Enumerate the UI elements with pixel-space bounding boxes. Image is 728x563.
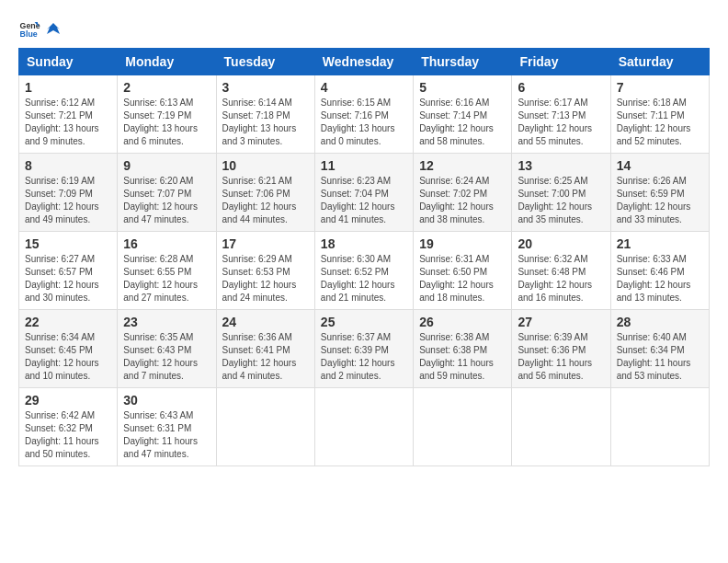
header: General Blue bbox=[18, 18, 710, 40]
day-info: Sunrise: 6:15 AMSunset: 7:16 PMDaylight:… bbox=[321, 97, 407, 148]
day-info: Sunrise: 6:30 AMSunset: 6:52 PMDaylight:… bbox=[321, 253, 407, 304]
calendar-body: 1Sunrise: 6:12 AMSunset: 7:21 PMDaylight… bbox=[19, 75, 710, 466]
day-number: 18 bbox=[321, 236, 407, 251]
day-number: 20 bbox=[518, 236, 604, 251]
calendar-cell: 26Sunrise: 6:38 AMSunset: 6:38 PMDayligh… bbox=[414, 310, 512, 388]
calendar-cell: 30Sunrise: 6:43 AMSunset: 6:31 PMDayligh… bbox=[118, 388, 216, 466]
day-number: 19 bbox=[419, 236, 506, 251]
calendar-cell: 1Sunrise: 6:12 AMSunset: 7:21 PMDaylight… bbox=[19, 75, 118, 154]
calendar-header-saturday: Saturday bbox=[610, 49, 709, 75]
day-info: Sunrise: 6:31 AMSunset: 6:50 PMDaylight:… bbox=[419, 253, 506, 304]
day-info: Sunrise: 6:35 AMSunset: 6:43 PMDaylight:… bbox=[123, 331, 210, 383]
day-number: 4 bbox=[321, 80, 407, 95]
day-info: Sunrise: 6:29 AMSunset: 6:53 PMDaylight:… bbox=[222, 253, 309, 304]
calendar-cell: 15Sunrise: 6:27 AMSunset: 6:57 PMDayligh… bbox=[19, 232, 118, 310]
day-number: 25 bbox=[321, 315, 407, 329]
calendar-header-friday: Friday bbox=[512, 49, 610, 75]
calendar-cell: 10Sunrise: 6:21 AMSunset: 7:06 PMDayligh… bbox=[216, 154, 314, 232]
day-number: 28 bbox=[617, 315, 703, 329]
day-info: Sunrise: 6:36 AMSunset: 6:41 PMDaylight:… bbox=[222, 331, 309, 383]
day-info: Sunrise: 6:28 AMSunset: 6:55 PMDaylight:… bbox=[123, 253, 210, 304]
calendar-cell: 13Sunrise: 6:25 AMSunset: 7:00 PMDayligh… bbox=[512, 154, 610, 232]
calendar-table: SundayMondayTuesdayWednesdayThursdayFrid… bbox=[18, 48, 710, 466]
calendar-cell: 23Sunrise: 6:35 AMSunset: 6:43 PMDayligh… bbox=[118, 310, 216, 388]
calendar-week-row: 15Sunrise: 6:27 AMSunset: 6:57 PMDayligh… bbox=[19, 232, 710, 310]
day-number: 27 bbox=[518, 315, 604, 329]
day-info: Sunrise: 6:21 AMSunset: 7:06 PMDaylight:… bbox=[222, 175, 309, 226]
day-info: Sunrise: 6:38 AMSunset: 6:38 PMDaylight:… bbox=[419, 331, 506, 383]
calendar-cell bbox=[414, 388, 512, 466]
day-info: Sunrise: 6:42 AMSunset: 6:32 PMDaylight:… bbox=[25, 409, 111, 461]
day-info: Sunrise: 6:23 AMSunset: 7:04 PMDaylight:… bbox=[321, 175, 407, 226]
day-info: Sunrise: 6:34 AMSunset: 6:45 PMDaylight:… bbox=[25, 331, 111, 383]
day-number: 10 bbox=[222, 158, 309, 173]
day-info: Sunrise: 6:19 AMSunset: 7:09 PMDaylight:… bbox=[25, 175, 111, 226]
day-info: Sunrise: 6:14 AMSunset: 7:18 PMDaylight:… bbox=[222, 97, 309, 148]
day-number: 1 bbox=[25, 80, 111, 95]
calendar-cell bbox=[216, 388, 314, 466]
calendar-cell: 22Sunrise: 6:34 AMSunset: 6:45 PMDayligh… bbox=[19, 310, 118, 388]
day-info: Sunrise: 6:40 AMSunset: 6:34 PMDaylight:… bbox=[617, 331, 703, 383]
day-info: Sunrise: 6:16 AMSunset: 7:14 PMDaylight:… bbox=[419, 97, 506, 148]
day-number: 12 bbox=[419, 158, 506, 173]
calendar-cell: 5Sunrise: 6:16 AMSunset: 7:14 PMDaylight… bbox=[414, 75, 512, 154]
calendar-cell: 7Sunrise: 6:18 AMSunset: 7:11 PMDaylight… bbox=[610, 75, 709, 154]
day-number: 30 bbox=[123, 393, 210, 408]
day-number: 13 bbox=[518, 158, 604, 173]
day-number: 15 bbox=[25, 236, 111, 251]
calendar-cell bbox=[512, 388, 610, 466]
calendar-cell bbox=[314, 388, 413, 466]
day-number: 2 bbox=[123, 80, 210, 95]
calendar-cell: 9Sunrise: 6:20 AMSunset: 7:07 PMDaylight… bbox=[118, 154, 216, 232]
day-info: Sunrise: 6:20 AMSunset: 7:07 PMDaylight:… bbox=[123, 175, 210, 226]
day-info: Sunrise: 6:43 AMSunset: 6:31 PMDaylight:… bbox=[123, 409, 210, 461]
calendar-cell: 3Sunrise: 6:14 AMSunset: 7:18 PMDaylight… bbox=[216, 75, 314, 154]
calendar-cell: 17Sunrise: 6:29 AMSunset: 6:53 PMDayligh… bbox=[216, 232, 314, 310]
calendar-cell: 20Sunrise: 6:32 AMSunset: 6:48 PMDayligh… bbox=[512, 232, 610, 310]
day-info: Sunrise: 6:33 AMSunset: 6:46 PMDaylight:… bbox=[617, 253, 703, 304]
logo-icon: General Blue bbox=[18, 18, 40, 40]
day-number: 26 bbox=[419, 315, 506, 329]
calendar-header-thursday: Thursday bbox=[414, 49, 512, 75]
day-number: 5 bbox=[419, 80, 506, 95]
day-number: 7 bbox=[617, 80, 703, 95]
svg-marker-3 bbox=[47, 23, 60, 34]
calendar-cell: 19Sunrise: 6:31 AMSunset: 6:50 PMDayligh… bbox=[414, 232, 512, 310]
calendar-header-wednesday: Wednesday bbox=[314, 49, 413, 75]
calendar-week-row: 22Sunrise: 6:34 AMSunset: 6:45 PMDayligh… bbox=[19, 310, 710, 388]
day-number: 17 bbox=[222, 236, 309, 251]
day-info: Sunrise: 6:17 AMSunset: 7:13 PMDaylight:… bbox=[518, 97, 604, 148]
day-number: 14 bbox=[617, 158, 703, 173]
calendar-header-monday: Monday bbox=[118, 49, 216, 75]
day-number: 3 bbox=[222, 80, 309, 95]
calendar-cell: 11Sunrise: 6:23 AMSunset: 7:04 PMDayligh… bbox=[314, 154, 413, 232]
calendar-cell: 2Sunrise: 6:13 AMSunset: 7:19 PMDaylight… bbox=[118, 75, 216, 154]
calendar-cell: 8Sunrise: 6:19 AMSunset: 7:09 PMDaylight… bbox=[19, 154, 118, 232]
calendar-cell: 24Sunrise: 6:36 AMSunset: 6:41 PMDayligh… bbox=[216, 310, 314, 388]
day-info: Sunrise: 6:39 AMSunset: 6:36 PMDaylight:… bbox=[518, 331, 604, 383]
calendar-cell: 14Sunrise: 6:26 AMSunset: 6:59 PMDayligh… bbox=[610, 154, 709, 232]
calendar-cell: 4Sunrise: 6:15 AMSunset: 7:16 PMDaylight… bbox=[314, 75, 413, 154]
calendar-cell: 28Sunrise: 6:40 AMSunset: 6:34 PMDayligh… bbox=[610, 310, 709, 388]
day-number: 22 bbox=[25, 315, 111, 329]
svg-text:Blue: Blue bbox=[20, 29, 38, 39]
calendar-cell: 29Sunrise: 6:42 AMSunset: 6:32 PMDayligh… bbox=[19, 388, 118, 466]
day-number: 8 bbox=[25, 158, 111, 173]
day-number: 6 bbox=[518, 80, 604, 95]
day-number: 29 bbox=[25, 393, 111, 408]
calendar-cell bbox=[610, 388, 709, 466]
day-info: Sunrise: 6:27 AMSunset: 6:57 PMDaylight:… bbox=[25, 253, 111, 304]
day-number: 11 bbox=[321, 158, 407, 173]
calendar-week-row: 1Sunrise: 6:12 AMSunset: 7:21 PMDaylight… bbox=[19, 75, 710, 154]
day-info: Sunrise: 6:13 AMSunset: 7:19 PMDaylight:… bbox=[123, 97, 210, 148]
calendar-cell: 16Sunrise: 6:28 AMSunset: 6:55 PMDayligh… bbox=[118, 232, 216, 310]
calendar-header-sunday: Sunday bbox=[19, 49, 118, 75]
calendar-header-tuesday: Tuesday bbox=[216, 49, 314, 75]
logo-bird-icon bbox=[45, 21, 62, 38]
calendar-cell: 6Sunrise: 6:17 AMSunset: 7:13 PMDaylight… bbox=[512, 75, 610, 154]
calendar-week-row: 29Sunrise: 6:42 AMSunset: 6:32 PMDayligh… bbox=[19, 388, 710, 466]
day-info: Sunrise: 6:25 AMSunset: 7:00 PMDaylight:… bbox=[518, 175, 604, 226]
day-info: Sunrise: 6:12 AMSunset: 7:21 PMDaylight:… bbox=[25, 97, 111, 148]
day-number: 21 bbox=[617, 236, 703, 251]
day-info: Sunrise: 6:24 AMSunset: 7:02 PMDaylight:… bbox=[419, 175, 506, 226]
